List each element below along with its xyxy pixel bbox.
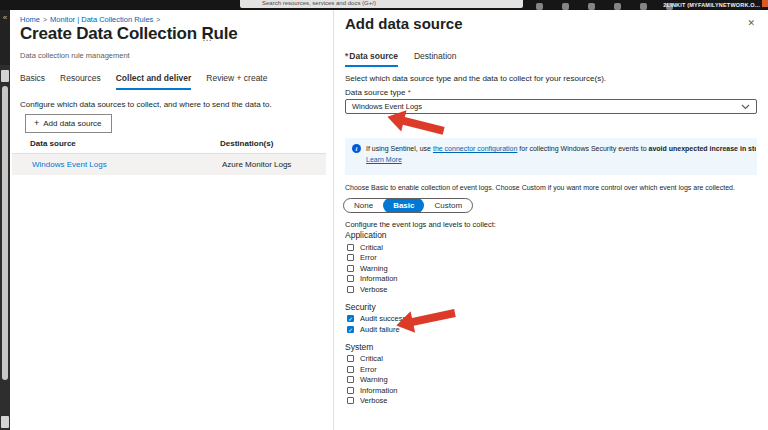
tab-basics[interactable]: Basics: [20, 73, 45, 90]
tab-label: Data source: [349, 51, 398, 61]
mode-option-custom[interactable]: Custom: [424, 199, 472, 212]
page-tabs: BasicsResourcesCollect and deliverReview…: [20, 73, 267, 90]
mode-help-text: Choose Basic to enable collection of eve…: [345, 184, 735, 191]
tab-resources[interactable]: Resources: [60, 73, 101, 90]
tab-data-source[interactable]: *Data source: [345, 51, 398, 67]
add-data-source-button[interactable]: +Add data source: [25, 114, 112, 133]
chevron-right-icon: >: [156, 16, 160, 23]
add-data-source-panel: Add data source ✕ *Data sourceDestinatio…: [334, 10, 768, 430]
checkbox-label: Audit failure: [360, 325, 400, 334]
checkbox-row[interactable]: Information: [345, 274, 406, 285]
left-nav-rail: «: [0, 10, 10, 430]
mode-option-none[interactable]: None: [344, 199, 383, 212]
info-icon: i: [352, 144, 361, 153]
data-source-cell: Windows Event Logs: [32, 160, 222, 169]
table-row[interactable]: Windows Event LogsAzure Monitor Logs: [12, 154, 326, 175]
settings-icon[interactable]: [588, 3, 595, 10]
checkbox-row[interactable]: Information: [345, 385, 406, 396]
cloud-shell-icon[interactable]: [536, 3, 543, 10]
checkbox-row[interactable]: Warning: [345, 375, 406, 386]
dropdown-value: Windows Event Logs: [352, 102, 422, 111]
checkbox-label: Information: [360, 274, 398, 283]
table-header-row: Data sourceDestination(s): [12, 136, 326, 154]
data-sources-table: Data sourceDestination(s) Windows Event …: [12, 136, 326, 175]
tab-collect-and-deliver[interactable]: Collect and deliver: [116, 73, 192, 90]
checkbox-row[interactable]: Warning: [345, 263, 406, 274]
destination-cell: Azure Monitor Logs: [222, 160, 291, 169]
collection-mode-toggle: NoneBasicCustom: [343, 198, 473, 213]
connector-configuration-link[interactable]: the connector configuration: [433, 145, 517, 152]
checkbox-row[interactable]: Critical: [345, 354, 406, 365]
help-icon[interactable]: [614, 3, 621, 10]
notifications-icon[interactable]: [562, 3, 569, 10]
scroll-up-button[interactable]: [1, 70, 9, 82]
breadcrumb-link[interactable]: Home: [20, 15, 40, 24]
data-source-link[interactable]: Windows Event Logs: [32, 160, 107, 169]
checkbox-critical[interactable]: [347, 355, 354, 362]
checkbox-row[interactable]: ✓Audit success: [345, 314, 406, 325]
chevron-right-icon: >: [43, 16, 47, 23]
sentinel-info-banner: i If using Sentinel, use the connector c…: [345, 138, 757, 175]
checkbox-row[interactable]: Critical: [345, 242, 406, 253]
top-bar: Search resources, services and docs (G+/…: [0, 0, 768, 10]
checkbox-label: Audit success: [360, 314, 406, 323]
learn-more-link[interactable]: Learn More: [366, 155, 402, 165]
checkbox-verbose[interactable]: [347, 286, 354, 293]
global-search-input[interactable]: Search resources, services and docs (G+/…: [240, 0, 523, 8]
checkbox-error[interactable]: [347, 254, 354, 261]
required-asterisk: *: [345, 51, 348, 61]
panel-intro: Select which data source type and the da…: [345, 74, 606, 83]
panel-tabs: *Data sourceDestination: [345, 51, 457, 67]
log-group-system: SystemCriticalErrorWarningInformationVer…: [345, 342, 406, 407]
checkbox-audit-failure[interactable]: ✓: [347, 326, 354, 333]
checkbox-row[interactable]: Error: [345, 253, 406, 264]
checkbox-error[interactable]: [347, 366, 354, 373]
page-subtitle: Data collection rule management: [20, 51, 130, 60]
scrollbar-thumb[interactable]: [2, 86, 8, 380]
checkbox-row[interactable]: ✓Audit failure: [345, 324, 406, 335]
close-icon[interactable]: ✕: [747, 18, 755, 28]
add-data-source-label: Add data source: [43, 119, 101, 128]
checkbox-label: Error: [360, 253, 377, 262]
banner-plain-text: for collecting Windows Security events t…: [517, 145, 648, 152]
tab-review-create[interactable]: Review + create: [206, 73, 267, 90]
checkbox-warning[interactable]: [347, 265, 354, 272]
collapse-sidebar-icon[interactable]: «: [0, 13, 10, 23]
checkbox-row[interactable]: Verbose: [345, 284, 406, 295]
account-tenant-label[interactable]: 2LINKIT (MYFAMILYNETWORK.O...: [663, 2, 760, 8]
chevron-down-icon: [741, 104, 750, 110]
checkbox-information[interactable]: [347, 275, 354, 282]
banner-plain-text: If using Sentinel, use: [366, 145, 433, 152]
checkbox-label: Critical: [360, 243, 383, 252]
log-group-application: ApplicationCriticalErrorWarningInformati…: [345, 230, 406, 295]
scroll-down-button[interactable]: [1, 416, 9, 428]
checkbox-warning[interactable]: [347, 376, 354, 383]
title-context-menu-icon[interactable]: …: [202, 32, 212, 43]
log-group-label: System: [345, 342, 406, 352]
checkbox-critical[interactable]: [347, 244, 354, 251]
plus-icon: +: [34, 118, 39, 128]
breadcrumb-link[interactable]: Monitor | Data Collection Rules: [50, 15, 153, 24]
column-header: Destination(s): [220, 139, 273, 148]
avatar[interactable]: [762, 0, 768, 7]
tab-label: Destination: [414, 51, 457, 61]
log-group-security: Security✓Audit success✓Audit failure: [345, 302, 406, 335]
checkbox-row[interactable]: Verbose: [345, 396, 406, 407]
checkbox-verbose[interactable]: [347, 397, 354, 404]
configure-help-text: Configure the event logs and levels to c…: [345, 220, 496, 229]
data-source-type-dropdown[interactable]: Windows Event Logs: [345, 99, 757, 114]
checkbox-label: Information: [360, 386, 398, 395]
checkbox-label: Warning: [360, 264, 388, 273]
checkbox-audit-success[interactable]: ✓: [347, 315, 354, 322]
checkbox-label: Critical: [360, 354, 383, 363]
checkbox-label: Warning: [360, 375, 388, 384]
feedback-icon[interactable]: [640, 3, 647, 10]
checkbox-information[interactable]: [347, 387, 354, 394]
mode-option-basic[interactable]: Basic: [383, 198, 424, 213]
checkbox-row[interactable]: Error: [345, 364, 406, 375]
data-source-type-label: Data source type *: [345, 88, 412, 97]
banner-bold-text: avoid unexpected increase in storage cos…: [649, 145, 756, 152]
checkbox-label: Verbose: [360, 285, 388, 294]
create-dcr-page: Home>Monitor | Data Collection Rules> Cr…: [10, 10, 333, 430]
tab-destination[interactable]: Destination: [414, 51, 457, 67]
